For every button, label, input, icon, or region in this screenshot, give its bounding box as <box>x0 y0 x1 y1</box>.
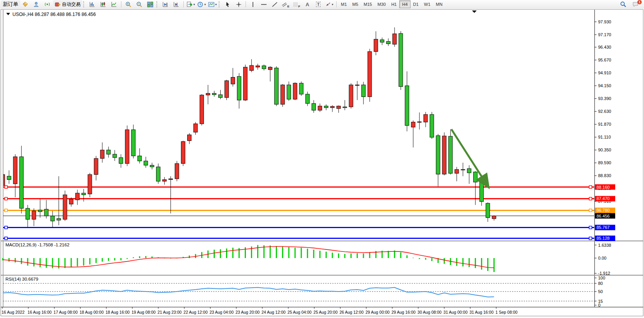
signals-icon[interactable] <box>42 0 53 9</box>
svg-text:25 Aug 04:00: 25 Aug 04:00 <box>288 310 312 314</box>
crosshair-icon[interactable] <box>233 0 244 9</box>
horizontal-line-icon[interactable] <box>258 0 269 9</box>
svg-text:26 Aug 12:00: 26 Aug 12:00 <box>339 310 363 314</box>
svg-text:MACD(12,26,9) -1.7508 -1.2162: MACD(12,26,9) -1.7508 -1.2162 <box>5 242 69 247</box>
svg-text:91.870: 91.870 <box>598 122 611 126</box>
svg-text:19 Aug 08:00: 19 Aug 08:00 <box>132 310 156 314</box>
chart-header: USOil-,H4 86.287 86.488 86.176 86.456 <box>6 12 96 17</box>
dropdown-arrow-icon: ▾ <box>215 3 217 6</box>
svg-text:18 Aug 00:00: 18 Aug 00:00 <box>79 310 104 314</box>
svg-text:18 Aug 16:00: 18 Aug 16:00 <box>105 310 130 314</box>
fibonacci-icon[interactable]: F <box>291 0 302 9</box>
tab-timeframe-m5[interactable]: M5 <box>349 0 361 8</box>
periods-icon[interactable]: ▾ <box>196 0 207 9</box>
bar-chart-icon[interactable] <box>87 0 98 9</box>
zoom-in-icon[interactable] <box>123 0 134 9</box>
svg-text:92.630: 92.630 <box>598 109 611 114</box>
text-icon[interactable]: A <box>302 0 313 9</box>
chart-shift-icon[interactable] <box>171 0 182 9</box>
svg-text:23 Aug 20:00: 23 Aug 20:00 <box>235 310 260 314</box>
line-chart-icon[interactable] <box>109 0 119 9</box>
new-chart-icon[interactable]: ▾ <box>185 0 196 9</box>
svg-text:88.830: 88.830 <box>598 173 611 178</box>
tab-timeframe-h1[interactable]: H1 <box>388 0 399 8</box>
svg-text:16 Aug 16:00: 16 Aug 16:00 <box>28 310 52 314</box>
new-order-label: 新订单 <box>3 1 18 8</box>
toolbar-grip <box>156 1 159 7</box>
svg-text:22 Aug 12:00: 22 Aug 12:00 <box>184 310 208 314</box>
fibonacci-glyph: F <box>298 5 300 8</box>
autotrade-label: 自动交易 <box>62 1 81 8</box>
toolbar-separator <box>183 1 184 7</box>
text-label-glyph: T <box>316 2 321 7</box>
text-label-icon[interactable]: T <box>313 0 324 9</box>
candlestick-chart-icon[interactable] <box>98 0 109 9</box>
tab-timeframe-m30[interactable]: M30 <box>375 0 388 8</box>
svg-text:29 Aug 00:00: 29 Aug 00:00 <box>365 310 390 314</box>
svg-text:93.390: 93.390 <box>598 96 611 101</box>
svg-text:100: 100 <box>598 276 605 280</box>
svg-text:86.456: 86.456 <box>597 214 610 218</box>
tab-timeframe-mn[interactable]: MN <box>433 0 445 8</box>
dropdown-arrow-icon: ▾ <box>204 3 206 6</box>
arrows-icon[interactable]: ▾ <box>324 0 335 9</box>
svg-text:16 Aug 2022: 16 Aug 2022 <box>2 310 25 314</box>
svg-text:-1.912: -1.912 <box>598 271 610 276</box>
chart-area: 97.93097.17096.43095.67094.91094.15093.3… <box>0 9 644 318</box>
market-icon[interactable] <box>20 0 31 9</box>
dropdown-arrow-icon: ▾ <box>332 3 333 6</box>
community-icon[interactable] <box>31 0 42 9</box>
new-order-button[interactable]: 新订单 <box>1 0 20 8</box>
svg-text:94.910: 94.910 <box>598 70 611 75</box>
svg-text:1 Sep 08:00: 1 Sep 08:00 <box>495 310 518 314</box>
notifications-icon[interactable]: 1 <box>630 0 641 9</box>
tab-timeframe-w1[interactable]: W1 <box>421 0 433 8</box>
toolbar-grip <box>219 1 221 7</box>
tab-timeframe-d1[interactable]: D1 <box>411 0 421 8</box>
svg-text:91.110: 91.110 <box>598 135 611 139</box>
svg-text:85.128: 85.128 <box>597 236 610 241</box>
svg-text:95.670: 95.670 <box>598 58 611 62</box>
svg-text:97.170: 97.170 <box>598 32 611 37</box>
svg-text:USOil-,H4 86.287 86.488 86.17: USOil-,H4 86.287 86.488 86.176 86.456 <box>12 12 96 17</box>
svg-text:50: 50 <box>598 289 603 294</box>
svg-text:88.160: 88.160 <box>597 185 610 190</box>
tab-timeframe-m1[interactable]: M1 <box>338 0 349 8</box>
svg-text:30 Aug 08:00: 30 Aug 08:00 <box>418 310 442 314</box>
channel-glyph: E <box>287 5 289 8</box>
vertical-line-icon[interactable] <box>247 0 258 9</box>
svg-text:31 Aug 00:00: 31 Aug 00:00 <box>444 310 468 314</box>
cursor-icon[interactable] <box>222 0 233 9</box>
dropdown-arrow-icon: ▾ <box>193 3 195 6</box>
toolbar-separator <box>246 1 246 7</box>
svg-text:25 Aug 20:00: 25 Aug 20:00 <box>314 310 338 314</box>
svg-text:86.780: 86.780 <box>597 208 610 213</box>
text-glyph: A <box>305 2 309 7</box>
svg-text:1.6338: 1.6338 <box>598 243 611 248</box>
toolbar-grip <box>83 1 86 7</box>
templates-icon[interactable]: ▾ <box>207 0 218 9</box>
svg-text:89.590: 89.590 <box>598 160 611 165</box>
trendline-icon[interactable] <box>269 0 280 9</box>
notification-badge: 1 <box>637 0 642 4</box>
tab-timeframe-h4[interactable]: H4 <box>399 0 410 8</box>
svg-text:31 Aug 16:00: 31 Aug 16:00 <box>469 310 493 314</box>
svg-text:17 Aug 08:00: 17 Aug 08:00 <box>54 310 78 314</box>
equidistant-channel-icon[interactable]: E <box>280 0 291 9</box>
auto-scroll-icon[interactable] <box>160 0 171 9</box>
tab-timeframe-m15[interactable]: M15 <box>361 0 375 8</box>
svg-text:87.470: 87.470 <box>597 196 610 201</box>
zoom-out-icon[interactable] <box>134 0 145 9</box>
mt4-window: { "toolbar": { "new_order": "新订单", "auto… <box>0 0 644 318</box>
toolbar-separator <box>336 1 337 7</box>
main-toolbar: 新订单 自动交易 ▾ ▾ <box>0 0 644 9</box>
svg-text:23 Aug 04:00: 23 Aug 04:00 <box>209 310 233 314</box>
svg-text:97.930: 97.930 <box>598 19 611 24</box>
chart-canvas[interactable]: 97.93097.17096.43095.67094.91094.15093.3… <box>0 9 644 318</box>
svg-text:24 Aug 12:00: 24 Aug 12:00 <box>261 310 286 314</box>
tile-windows-icon[interactable] <box>145 0 156 9</box>
svg-text:94.150: 94.150 <box>598 83 611 88</box>
toolbar-separator <box>121 1 121 7</box>
search-icon[interactable] <box>618 0 628 9</box>
autotrade-button[interactable]: 自动交易 <box>53 0 82 8</box>
